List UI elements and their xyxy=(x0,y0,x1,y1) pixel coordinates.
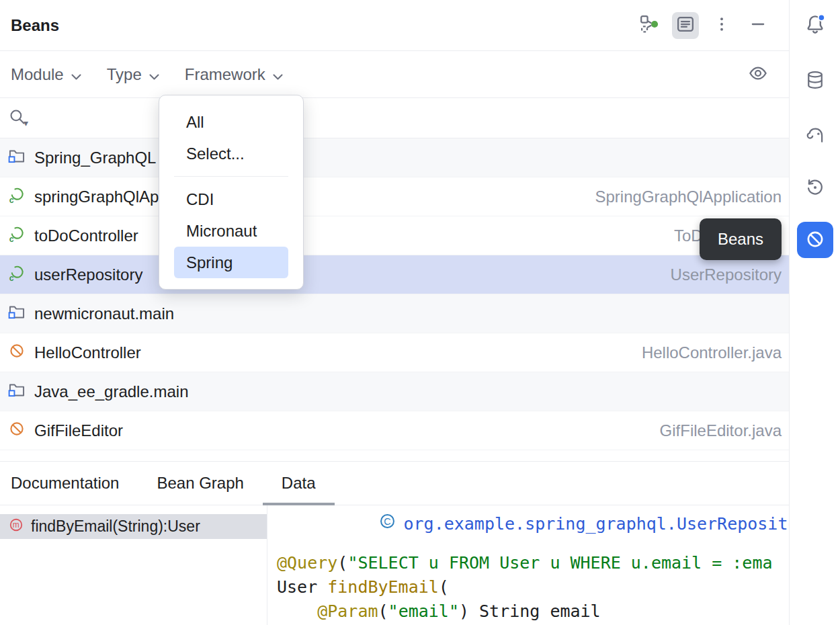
row-detail: GifFileEditor.java xyxy=(660,421,782,440)
history-icon xyxy=(805,177,825,200)
method-icon: m xyxy=(8,517,24,537)
class-reference: org.example.spring_graphql.UserRepositor… xyxy=(404,512,789,536)
beans-icon xyxy=(805,229,825,251)
beans-tool-window: Beans xyxy=(0,0,840,625)
method-signature: findByEmail(String):User xyxy=(31,517,200,536)
bean-list-row[interactable]: c springGraphQlApplication SpringGraphQl… xyxy=(0,177,789,216)
dropdown-item-all[interactable]: All xyxy=(174,106,288,138)
more-options-button[interactable] xyxy=(708,12,735,39)
bean-list-row[interactable]: GifFileEditor GifFileEditor.java xyxy=(0,411,789,450)
detail-tabs: Documentation Bean Graph Data xyxy=(0,461,789,505)
view-options-button[interactable] xyxy=(745,61,771,88)
tool-window-stripe xyxy=(789,0,840,625)
bean-name: userRepository xyxy=(34,265,142,284)
bean-list-row[interactable]: HelloController HelloController.java xyxy=(0,333,789,372)
type-filter-label: Type xyxy=(107,65,142,84)
spring-bean-icon: c xyxy=(8,225,26,247)
database-icon xyxy=(805,70,825,92)
bean-list: Spring_GraphQL c springGraphQlApplicatio… xyxy=(0,138,789,461)
bean-list-row-selected[interactable]: c userRepository UserRepository xyxy=(0,255,789,294)
row-detail: HelloController.java xyxy=(642,343,782,362)
chevron-down-icon xyxy=(149,65,159,84)
module-folder-icon xyxy=(8,303,26,325)
spring-bean-icon: c xyxy=(8,264,26,286)
tab-bean-graph[interactable]: Bean Graph xyxy=(138,462,262,505)
framework-dropdown-menu: All Select... CDI Micronaut Spring xyxy=(159,95,304,290)
module-folder-icon xyxy=(8,381,26,403)
type-filter[interactable]: Type xyxy=(107,65,159,84)
disabled-bean-icon xyxy=(8,342,26,364)
beans-tool-button[interactable] xyxy=(797,222,833,258)
dropdown-item-cdi[interactable]: CDI xyxy=(174,183,288,215)
database-tool-button[interactable] xyxy=(800,65,831,96)
bean-graph-view-button[interactable] xyxy=(636,12,663,39)
module-name: Spring_GraphQL xyxy=(34,149,156,167)
code-line: User findByEmail( xyxy=(277,575,789,599)
bean-graph-icon xyxy=(639,14,659,36)
row-detail: UserRepository xyxy=(671,265,782,284)
chevron-down-icon xyxy=(273,65,283,84)
svg-text:c: c xyxy=(9,234,14,242)
bean-name: GifFileEditor xyxy=(34,421,123,440)
dropdown-item-micronaut[interactable]: Micronaut xyxy=(174,215,288,247)
header-actions xyxy=(636,12,771,39)
notifications-button[interactable] xyxy=(800,9,831,40)
module-name: Java_ee_gradle.main xyxy=(34,382,189,401)
disabled-bean-icon xyxy=(8,420,26,442)
bell-icon xyxy=(804,13,826,37)
query-method-list: m findByEmail(String):User xyxy=(0,505,267,625)
history-tool-button[interactable] xyxy=(800,173,831,204)
minimize-icon xyxy=(749,15,767,35)
bean-list-row[interactable]: Java_ee_gradle.main xyxy=(0,372,789,411)
bean-list-row[interactable]: newmicronaut.main xyxy=(0,294,789,333)
code-line: @Query("SELECT u FROM User u WHERE u.ema… xyxy=(277,551,789,575)
query-method-item[interactable]: m findByEmail(String):User xyxy=(0,514,267,539)
kebab-menu-icon xyxy=(713,15,730,35)
tab-documentation[interactable]: Documentation xyxy=(11,462,138,505)
bean-name: HelloController xyxy=(34,343,141,362)
module-folder-icon xyxy=(8,147,26,169)
bean-name: toDoController xyxy=(34,226,138,245)
search-history-caret-icon: ▾ xyxy=(24,118,28,128)
code-panel: C org.example.spring_graphql.UserReposit… xyxy=(267,505,789,625)
framework-filter-label: Framework xyxy=(185,65,265,84)
search-field[interactable]: ▾ xyxy=(0,98,789,138)
tool-window-header: Beans xyxy=(0,0,789,51)
beans-tooltip: Beans xyxy=(700,218,782,260)
svg-text:c: c xyxy=(9,195,14,203)
svg-text:m: m xyxy=(13,520,19,530)
tab-label: Data xyxy=(282,474,316,493)
svg-text:c: c xyxy=(9,273,14,281)
gradle-tool-button[interactable] xyxy=(800,120,831,151)
code-line: C org.example.spring_graphql.UserReposit… xyxy=(277,512,789,536)
gradle-elephant-icon xyxy=(805,125,825,147)
tab-data[interactable]: Data xyxy=(263,462,335,505)
eye-icon xyxy=(748,63,768,85)
tab-label: Documentation xyxy=(11,474,119,493)
filter-bar: Module Type Framework xyxy=(0,51,789,98)
module-filter-label: Module xyxy=(11,65,64,84)
bean-list-row[interactable]: c toDoController ToDoController xyxy=(0,216,789,255)
tooltip-text: Beans xyxy=(718,230,763,249)
hide-tool-window-button[interactable] xyxy=(745,12,771,39)
dropdown-item-spring[interactable]: Spring xyxy=(174,247,288,278)
row-detail: SpringGraphQlApplication xyxy=(595,188,782,206)
dropdown-item-select[interactable]: Select... xyxy=(174,138,288,169)
spring-bean-icon: c xyxy=(8,186,26,208)
page-title: Beans xyxy=(11,16,59,35)
module-filter[interactable]: Module xyxy=(11,65,81,84)
svg-text:C: C xyxy=(384,515,390,526)
tab-label: Bean Graph xyxy=(157,474,243,493)
dropdown-separator xyxy=(174,176,288,177)
code-line: @Param("email") String email xyxy=(277,599,789,624)
bean-list-row[interactable]: Spring_GraphQL xyxy=(0,138,789,177)
detail-view-icon xyxy=(675,14,696,36)
detail-view-button[interactable] xyxy=(672,12,699,39)
data-tab-panel: m findByEmail(String):User C org.example… xyxy=(0,505,789,625)
framework-filter[interactable]: Framework xyxy=(185,65,283,84)
module-name: newmicronaut.main xyxy=(34,304,174,323)
chevron-down-icon xyxy=(71,65,81,84)
